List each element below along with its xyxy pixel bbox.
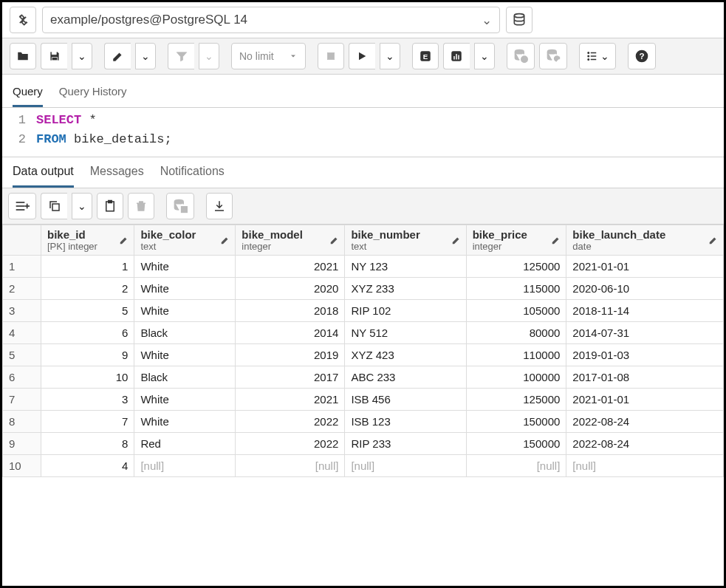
cell[interactable]: RIP 102 — [345, 300, 466, 322]
cell[interactable]: ISB 456 — [345, 389, 466, 411]
column-header-bike_id[interactable]: bike_id[PK] integer — [41, 225, 134, 256]
cell[interactable]: 2019 — [236, 344, 345, 366]
cell[interactable]: 125000 — [466, 256, 566, 278]
cell[interactable]: 2017 — [236, 366, 345, 389]
cell[interactable]: 7 — [41, 411, 134, 433]
commit-button[interactable] — [507, 43, 535, 69]
cell[interactable]: 150000 — [466, 411, 566, 433]
cell[interactable]: 6 — [41, 322, 134, 344]
cell[interactable]: 2 — [41, 278, 134, 300]
copy-dropdown[interactable]: ⌄ — [72, 193, 92, 219]
connection-dropdown[interactable]: example/postgres@PostgreSQL 14 ⌄ — [42, 7, 500, 33]
cell[interactable]: [null] — [466, 455, 566, 477]
edit-button[interactable] — [104, 43, 131, 69]
table-row[interactable]: 73White2021ISB 4561250002021-01-01 — [3, 389, 724, 411]
add-row-button[interactable] — [8, 193, 36, 219]
cell[interactable]: 2017-01-08 — [566, 366, 724, 389]
cell[interactable]: [null] — [134, 455, 236, 477]
table-row[interactable]: 46Black2014NY 512800002014-07-31 — [3, 322, 724, 344]
code-area[interactable]: SELECT *FROM bike_details; — [36, 111, 724, 149]
cell[interactable]: 2020-06-10 — [566, 278, 724, 300]
cell[interactable]: 2022-08-24 — [566, 411, 724, 433]
column-header-bike_color[interactable]: bike_colortext — [134, 225, 236, 256]
cell[interactable]: 2020 — [236, 278, 345, 300]
column-header-bike_launch_date[interactable]: bike_launch_datedate — [566, 225, 724, 256]
cell[interactable]: 2022-08-24 — [566, 433, 724, 455]
cell[interactable]: 8 — [41, 433, 134, 455]
cell[interactable]: White — [134, 344, 236, 366]
cell[interactable]: 3 — [41, 389, 134, 411]
column-header-bike_number[interactable]: bike_numbertext — [345, 225, 466, 256]
cell[interactable]: 2022 — [236, 411, 345, 433]
cell[interactable]: XYZ 233 — [345, 278, 466, 300]
save-dropdown[interactable]: ⌄ — [72, 43, 92, 69]
rollback-button[interactable] — [539, 43, 567, 69]
cell[interactable]: White — [134, 389, 236, 411]
table-row[interactable]: 35White2018RIP 1021050002018-11-14 — [3, 300, 724, 322]
cell[interactable]: White — [134, 256, 236, 278]
cell[interactable]: XYZ 423 — [345, 344, 466, 366]
table-row[interactable]: 104[null][null][null][null][null] — [3, 455, 724, 477]
cell[interactable]: 100000 — [466, 366, 566, 389]
cell[interactable]: 1 — [41, 256, 134, 278]
cell[interactable]: [null] — [566, 455, 724, 477]
table-row[interactable]: 98Red2022RIP 2331500002022-08-24 — [3, 433, 724, 455]
copy-button[interactable] — [41, 193, 67, 219]
result-tab-messages[interactable]: Messages — [90, 157, 144, 188]
cell[interactable]: 125000 — [466, 389, 566, 411]
cell[interactable]: 5 — [41, 300, 134, 322]
cell[interactable]: NY 123 — [345, 256, 466, 278]
cell[interactable]: White — [134, 300, 236, 322]
table-row[interactable]: 22White2020XYZ 2331150002020-06-10 — [3, 278, 724, 300]
open-button[interactable] — [10, 43, 36, 69]
macros-button[interactable]: ⌄ — [579, 43, 616, 69]
run-dropdown[interactable]: ⌄ — [380, 43, 400, 69]
cell[interactable]: 2021-01-01 — [566, 256, 724, 278]
cell[interactable]: 2019-01-03 — [566, 344, 724, 366]
cell[interactable]: ABC 233 — [345, 366, 466, 389]
run-button[interactable] — [349, 43, 375, 69]
tab-query-history[interactable]: Query History — [59, 81, 127, 107]
explain-button[interactable]: E — [412, 43, 439, 69]
result-tab-notifications[interactable]: Notifications — [160, 157, 225, 188]
filter-button[interactable] — [168, 43, 194, 69]
cell[interactable]: 2014-07-31 — [566, 322, 724, 344]
download-button[interactable] — [206, 193, 233, 219]
stop-button[interactable] — [318, 43, 344, 69]
help-button[interactable]: ? — [628, 43, 656, 69]
analyze-dropdown[interactable]: ⌄ — [474, 43, 495, 69]
cell[interactable]: 2014 — [236, 322, 345, 344]
sql-editor[interactable]: 12 SELECT *FROM bike_details; — [2, 108, 724, 157]
result-tab-data-output[interactable]: Data output — [13, 157, 74, 188]
cell[interactable]: RIP 233 — [345, 433, 466, 455]
cell[interactable]: 2018-11-14 — [566, 300, 724, 322]
server-button[interactable] — [506, 7, 532, 33]
cell[interactable]: 2021 — [236, 256, 345, 278]
cell[interactable]: 105000 — [466, 300, 566, 322]
cell[interactable]: 2018 — [236, 300, 345, 322]
cell[interactable]: ISB 123 — [345, 411, 466, 433]
column-header-bike_price[interactable]: bike_priceinteger — [466, 225, 566, 256]
cell[interactable]: Black — [134, 322, 236, 344]
save-button[interactable] — [41, 43, 67, 69]
column-header-bike_model[interactable]: bike_modelinteger — [236, 225, 345, 256]
cell[interactable]: Black — [134, 366, 236, 389]
cell[interactable]: 115000 — [466, 278, 566, 300]
filter-dropdown[interactable]: ⌄ — [199, 43, 219, 69]
limit-dropdown[interactable]: No limit — [231, 43, 306, 69]
table-row[interactable]: 610Black2017ABC 2331000002017-01-08 — [3, 366, 724, 389]
cell[interactable]: 2021-01-01 — [566, 389, 724, 411]
table-row[interactable]: 87White2022ISB 1231500002022-08-24 — [3, 411, 724, 433]
cell[interactable]: 150000 — [466, 433, 566, 455]
save-data-button[interactable] — [166, 193, 194, 219]
cell[interactable]: 4 — [41, 455, 134, 477]
cell[interactable]: 10 — [41, 366, 134, 389]
cell[interactable]: [null] — [236, 455, 345, 477]
disconnect-button[interactable] — [10, 7, 36, 33]
cell[interactable]: 2021 — [236, 389, 345, 411]
paste-button[interactable] — [97, 193, 123, 219]
table-row[interactable]: 59White2019XYZ 4231100002019-01-03 — [3, 344, 724, 366]
edit-dropdown[interactable]: ⌄ — [135, 43, 156, 69]
cell[interactable]: [null] — [345, 455, 466, 477]
delete-button[interactable] — [128, 193, 154, 219]
